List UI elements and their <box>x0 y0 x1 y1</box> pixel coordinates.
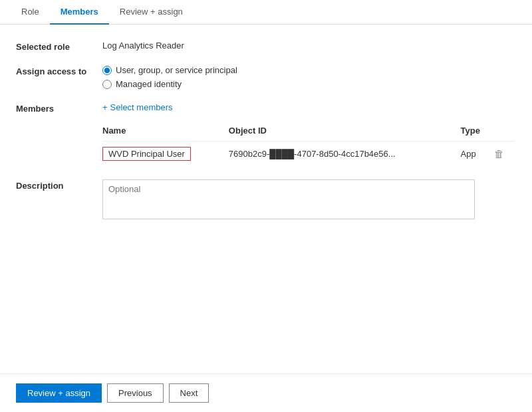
table-row: WVD Principal User 7690b2c9-████-4707-8d… <box>102 142 515 167</box>
selected-role-label: Selected role <box>16 41 102 52</box>
tab-members[interactable]: Members <box>50 0 109 25</box>
description-value <box>102 179 516 221</box>
col-type: Type <box>461 120 494 142</box>
description-textarea[interactable] <box>102 179 475 219</box>
assign-access-options: User, group, or service principal Manage… <box>102 65 516 89</box>
assign-access-label: Assign access to <box>16 65 102 76</box>
members-table-section: Name Object ID Type WVD Principal User 7… <box>102 120 515 166</box>
radio-user-group[interactable]: User, group, or service principal <box>102 65 516 75</box>
select-members-plus: + <box>102 102 108 112</box>
radio-managed-identity-input[interactable] <box>102 80 112 89</box>
col-actions <box>494 120 515 142</box>
members-label: Members <box>16 102 102 114</box>
radio-user-group-label: User, group, or service principal <box>116 65 237 75</box>
radio-managed-identity[interactable]: Managed identity <box>102 79 516 89</box>
assign-access-row: Assign access to User, group, or service… <box>16 65 516 89</box>
radio-user-group-input[interactable] <box>102 66 112 75</box>
description-label: Description <box>16 179 102 191</box>
radio-managed-identity-label: Managed identity <box>116 79 182 89</box>
footer: Review + assign Previous Next <box>0 373 532 412</box>
selected-role-value: Log Analytics Reader <box>102 41 516 51</box>
member-name-cell: WVD Principal User <box>102 142 229 167</box>
next-button[interactable]: Next <box>169 383 209 403</box>
delete-member-icon[interactable]: 🗑 <box>494 148 504 159</box>
member-object-id-cell: 7690b2c9-████-4707-8d50-4cc17b4e56... <box>229 142 461 167</box>
member-delete-cell[interactable]: 🗑 <box>494 142 515 167</box>
previous-button[interactable]: Previous <box>107 383 164 403</box>
selected-role-row: Selected role Log Analytics Reader <box>16 41 516 52</box>
member-type-cell: App <box>461 142 494 167</box>
table-header-row: Name Object ID Type <box>102 120 515 142</box>
tabs-nav: Role Members Review + assign <box>0 0 532 25</box>
select-members-text: Select members <box>110 102 173 112</box>
tab-review-assign[interactable]: Review + assign <box>109 0 194 25</box>
main-content: Selected role Log Analytics Reader Assig… <box>0 25 532 221</box>
col-name: Name <box>102 120 229 142</box>
col-object-id: Object ID <box>229 120 461 142</box>
select-members-link[interactable]: + Select members <box>102 102 516 112</box>
member-name-highlighted: WVD Principal User <box>102 147 191 161</box>
tab-role[interactable]: Role <box>11 0 50 25</box>
members-content: + Select members Name Object ID Type <box>102 102 516 166</box>
members-table: Name Object ID Type WVD Principal User 7… <box>102 120 515 166</box>
description-row: Description <box>16 179 516 221</box>
members-row: Members + Select members Name Object ID … <box>16 102 516 166</box>
review-assign-button[interactable]: Review + assign <box>16 383 102 403</box>
